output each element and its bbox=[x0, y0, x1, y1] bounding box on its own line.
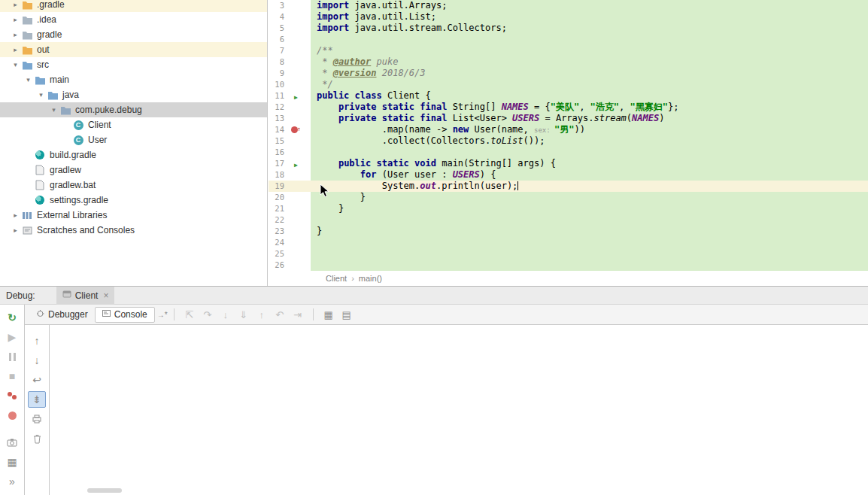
expand-arrow-icon[interactable]: ▸ bbox=[11, 31, 20, 38]
code-line-3[interactable]: 3import java.util.Arrays; bbox=[269, 0, 868, 11]
restore-layout-icon[interactable]: ▦ bbox=[320, 306, 338, 323]
gutter bbox=[288, 79, 311, 90]
expand-arrow-icon[interactable]: ▸ bbox=[11, 16, 20, 23]
stop-process-icon[interactable]: ■ bbox=[3, 368, 21, 384]
expand-arrow-icon[interactable]: ▸ bbox=[11, 226, 20, 234]
step-into-icon[interactable]: ↓ bbox=[217, 306, 235, 323]
tree-item-gradle[interactable]: ▸gradle bbox=[0, 27, 267, 42]
tree-item-label: .idea bbox=[37, 14, 56, 25]
resume-program-icon[interactable]: ▶ bbox=[3, 329, 21, 345]
tree-item-user[interactable]: CUser bbox=[0, 132, 267, 147]
run-to-cursor-icon[interactable]: ⇥ bbox=[289, 306, 307, 323]
line-number: 12 bbox=[269, 102, 288, 113]
clear-all-icon[interactable] bbox=[28, 430, 46, 447]
tree-item-java[interactable]: ▾java bbox=[0, 87, 267, 102]
down-the-stack-icon[interactable]: ↓ bbox=[28, 352, 46, 369]
code-line-20[interactable]: 20 } bbox=[269, 192, 868, 203]
code-line-25[interactable]: 25 bbox=[269, 248, 868, 260]
code-line-9[interactable]: 9 * @version 2018/6/3 bbox=[269, 68, 868, 79]
code-line-7[interactable]: 7/** bbox=[269, 45, 868, 56]
tree-item-label: settings.gradle bbox=[50, 195, 108, 205]
tree-item-gradlew-bat[interactable]: gradlew.bat bbox=[0, 178, 267, 193]
collapse-arrow-icon[interactable]: ▾ bbox=[36, 91, 46, 99]
tree-item-src[interactable]: ▾src bbox=[0, 57, 267, 72]
step-over-icon[interactable]: ↷ bbox=[199, 306, 217, 323]
tree-item-external-libraries[interactable]: ▸External Libraries bbox=[0, 208, 267, 223]
code-text: public static void main(String[] args) { bbox=[311, 158, 868, 169]
force-step-into-icon[interactable]: ⇓ bbox=[235, 306, 253, 323]
code-line-19[interactable]: 19 System.out.println(user); bbox=[269, 181, 868, 192]
code-line-16[interactable]: 16 bbox=[269, 147, 868, 158]
print-icon[interactable] bbox=[28, 411, 46, 427]
line-number: 17 bbox=[269, 158, 288, 169]
code-text bbox=[311, 248, 868, 260]
tree-item-label: gradlew bbox=[50, 165, 81, 175]
code-line-24[interactable]: 24 bbox=[269, 237, 868, 248]
up-the-stack-icon[interactable]: ↑ bbox=[28, 333, 46, 349]
layout-settings-icon[interactable]: ▤ bbox=[338, 306, 356, 323]
collapse-arrow-icon[interactable]: ▾ bbox=[23, 76, 33, 84]
tree-item--gradle[interactable]: ▸.gradle bbox=[0, 0, 267, 12]
horizontal-scrollbar[interactable] bbox=[87, 488, 122, 493]
tree-item-gradlew[interactable]: gradlew bbox=[0, 162, 267, 178]
expand-arrow-icon[interactable]: ▸ bbox=[11, 46, 20, 53]
thread-dump-camera-icon[interactable] bbox=[3, 434, 21, 451]
code-line-18[interactable]: 18 for (User user : USERS) { bbox=[269, 169, 868, 181]
class-icon: C bbox=[71, 120, 85, 130]
code-line-23[interactable]: 23} bbox=[269, 226, 868, 237]
toolbar-separator bbox=[174, 308, 175, 320]
code-line-4[interactable]: 4import java.util.List; bbox=[269, 11, 868, 23]
show-execution-point-icon[interactable]: ⇱ bbox=[181, 306, 199, 323]
code-line-12[interactable]: 12 private static final String[] NAMES =… bbox=[269, 102, 868, 113]
expand-arrow-icon[interactable]: ▸ bbox=[11, 211, 20, 219]
code-line-10[interactable]: 10 */ bbox=[269, 79, 868, 90]
tab-console[interactable]: Console bbox=[95, 307, 155, 323]
libraries-icon bbox=[20, 211, 34, 220]
scroll-to-end-icon[interactable]: ⇟ bbox=[28, 391, 46, 408]
code-line-17[interactable]: 17▶ public static void main(String[] arg… bbox=[269, 158, 868, 169]
debug-session-tab[interactable]: Client × bbox=[56, 287, 115, 305]
breadcrumb-class[interactable]: Client bbox=[326, 274, 347, 283]
step-out-icon[interactable]: ↑ bbox=[253, 306, 271, 323]
code-line-13[interactable]: 13 private static final List<User> USERS… bbox=[269, 113, 868, 124]
code-line-8[interactable]: 8 * @author puke bbox=[269, 56, 868, 68]
line-number: 15 bbox=[269, 135, 288, 147]
tree-item-client[interactable]: CClient bbox=[0, 117, 267, 132]
tree-item-com-puke-debug[interactable]: ▾com.puke.debug bbox=[0, 102, 267, 117]
close-icon[interactable]: × bbox=[103, 290, 108, 301]
code-line-21[interactable]: 21 } bbox=[269, 203, 868, 214]
breadcrumb-method[interactable]: main() bbox=[359, 274, 382, 283]
more-options-icon[interactable]: » bbox=[3, 473, 21, 490]
gutter bbox=[288, 102, 311, 113]
rerun-icon[interactable]: ↻ bbox=[3, 309, 21, 326]
code-line-15[interactable]: 15 .collect(Collectors.toList()); bbox=[269, 135, 868, 147]
run-gutter-icon[interactable]: ▶ bbox=[288, 158, 311, 169]
collapse-arrow-icon[interactable]: ▾ bbox=[11, 61, 20, 68]
gutter bbox=[288, 169, 311, 181]
code-line-22[interactable]: 22 bbox=[269, 214, 868, 226]
code-line-26[interactable]: 26 bbox=[269, 260, 868, 271]
pause-program-icon[interactable] bbox=[3, 348, 21, 365]
mute-breakpoints-icon[interactable] bbox=[3, 407, 21, 424]
view-breakpoints-icon[interactable] bbox=[3, 387, 21, 404]
code-line-11[interactable]: 11▶public class Client { bbox=[269, 90, 868, 102]
tree-item-label: External Libraries bbox=[37, 210, 107, 220]
code-line-6[interactable]: 6 bbox=[269, 34, 868, 45]
tree-item-main[interactable]: ▾main bbox=[0, 72, 267, 87]
run-gutter-icon[interactable]: ▶ bbox=[288, 90, 311, 102]
tree-item-build-gradle[interactable]: build.gradle bbox=[0, 147, 267, 162]
tree-item--idea[interactable]: ▸.idea bbox=[0, 12, 267, 27]
drop-frame-icon[interactable]: ↶ bbox=[271, 306, 289, 323]
tab-debugger[interactable]: Debugger bbox=[29, 307, 95, 323]
code-line-5[interactable]: 5import java.util.stream.Collectors; bbox=[269, 23, 868, 34]
code-line-14[interactable]: 14 .map(name -> new User(name, sex: "男")… bbox=[269, 124, 868, 135]
expand-arrow-icon[interactable]: ▸ bbox=[11, 1, 20, 8]
console-output[interactable] bbox=[50, 325, 868, 495]
tree-item-settings-gradle[interactable]: settings.gradle bbox=[0, 193, 267, 208]
breakpoint-gutter-icon[interactable] bbox=[288, 124, 311, 135]
tree-item-out[interactable]: ▸out bbox=[0, 42, 267, 57]
collapse-arrow-icon[interactable]: ▾ bbox=[49, 106, 59, 114]
tree-item-scratches-and-consoles[interactable]: ▸Scratches and Consoles bbox=[0, 223, 267, 238]
restore-layout-icon[interactable]: ▦ bbox=[3, 454, 21, 470]
use-soft-wraps-icon[interactable]: ↩ bbox=[28, 372, 46, 388]
